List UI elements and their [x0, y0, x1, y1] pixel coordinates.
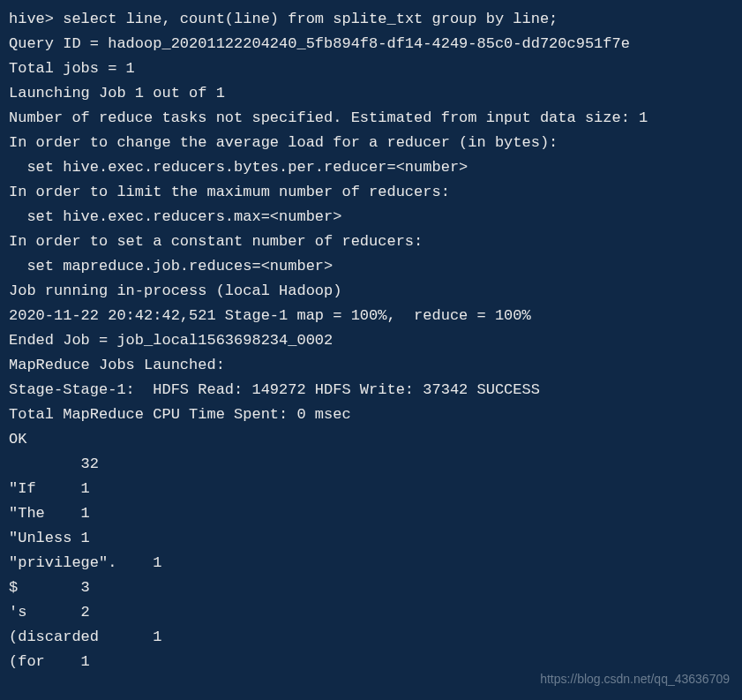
result-row: "Unless 1 — [9, 526, 733, 551]
output-line: OK — [9, 427, 733, 452]
output-line: Total jobs = 1 — [9, 56, 733, 81]
result-row: $ 3 — [9, 576, 733, 600]
output-line: In order to change the average load for … — [9, 131, 733, 155]
result-row: (discarded 1 — [9, 625, 733, 650]
watermark-text: https://blog.csdn.net/qq_43636709 — [540, 666, 730, 691]
output-line: Total MapReduce CPU Time Spent: 0 msec — [9, 403, 733, 427]
output-line: MapReduce Jobs Launched: — [9, 353, 733, 378]
output-line: Query ID = hadoop_20201122204240_5fb894f… — [9, 32, 733, 56]
output-line: In order to set a constant number of red… — [9, 230, 733, 254]
output-line: Number of reduce tasks not specified. Es… — [9, 106, 733, 131]
output-line: In order to limit the maximum number of … — [9, 180, 733, 205]
sql-command: select line, count(line) from splite_txt… — [63, 11, 558, 27]
output-line: Launching Job 1 out of 1 — [9, 81, 733, 106]
output-line: 2020-11-22 20:42:42,521 Stage-1 map = 10… — [9, 304, 733, 328]
result-row: "The 1 — [9, 501, 733, 526]
output-line: Stage-Stage-1: HDFS Read: 149272 HDFS Wr… — [9, 378, 733, 403]
result-row: "privilege". 1 — [9, 551, 733, 576]
output-line: Ended Job = job_local1563698234_0002 — [9, 328, 733, 353]
output-line: set mapreduce.job.reduces=<number> — [9, 254, 733, 279]
hive-prompt: hive> — [9, 11, 63, 27]
output-line: set hive.exec.reducers.max=<number> — [9, 205, 733, 230]
result-row: 's 2 — [9, 600, 733, 625]
output-line: set hive.exec.reducers.bytes.per.reducer… — [9, 155, 733, 180]
terminal-output: hive> select line, count(line) from spli… — [9, 7, 733, 674]
result-row: "If 1 — [9, 477, 733, 501]
result-row: 32 — [9, 452, 733, 477]
query-results: 32"If 1"The 1"Unless 1"privilege". 1$ 3'… — [9, 452, 733, 674]
command-line: hive> select line, count(line) from spli… — [9, 7, 733, 32]
output-line: Job running in-process (local Hadoop) — [9, 279, 733, 304]
